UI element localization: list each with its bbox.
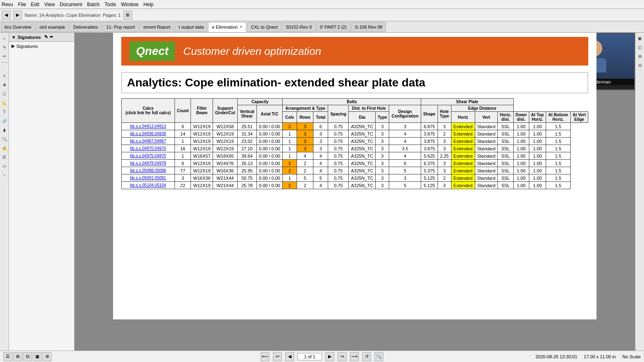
panel-pen-icon[interactable]: ✒ bbox=[50, 34, 53, 40]
menu-file[interactable]: File bbox=[18, 2, 26, 7]
status-icon-2[interactable]: ⊞ bbox=[13, 352, 22, 361]
right-icon-3[interactable]: ⊞ bbox=[636, 52, 644, 60]
cell-calcs[interactable]: bb.s.s.04978.04978 bbox=[122, 160, 175, 167]
toolbar: ◀ ▶ Name: 14-Analytics- Cope Elimination… bbox=[0, 9, 644, 21]
cell-designconfig: Extended bbox=[451, 138, 475, 145]
pan-icon[interactable]: ✥ bbox=[1, 81, 8, 88]
status-center: ⟵ ↩ ◀ ▶ ↪ ⟶ ↺ 🔍 bbox=[261, 352, 383, 361]
menu-window[interactable]: Window bbox=[121, 2, 138, 7]
cell-holetype: SSL bbox=[498, 138, 513, 145]
text-icon[interactable]: T bbox=[1, 108, 8, 115]
menu-batch[interactable]: Batch bbox=[87, 2, 100, 7]
status-icon-5[interactable]: ⊛ bbox=[43, 352, 52, 361]
cell-calcs[interactable]: bb.s.s.04936.04936 bbox=[122, 130, 175, 138]
arrow-icon[interactable]: ↖ bbox=[1, 72, 8, 79]
tab-joint-example[interactable]: oint example bbox=[36, 22, 68, 32]
link-icon[interactable]: 🔗 bbox=[1, 117, 8, 124]
rect-icon[interactable]: ▭ bbox=[1, 162, 8, 170]
cell-vert: 3.5 bbox=[389, 145, 421, 152]
sign-icon[interactable]: ✍ bbox=[1, 144, 8, 152]
tab-cxl[interactable]: CXL to Qnect bbox=[247, 22, 281, 32]
cell-calcs[interactable]: bb.s.s.04967.04967 bbox=[122, 138, 175, 145]
page-input[interactable] bbox=[297, 353, 322, 360]
tab-close-icon[interactable]: ✕ bbox=[239, 25, 243, 29]
cell-filler: W16X36 bbox=[191, 174, 213, 182]
nav-fwd-btn[interactable]: ▶ bbox=[325, 352, 334, 361]
zoom-btn[interactable]: 🔍 bbox=[374, 352, 383, 361]
tab-deliverables[interactable]: Deliverables bbox=[70, 22, 102, 32]
nav-back-btn[interactable]: ◀ bbox=[285, 352, 294, 361]
nav-last-btn[interactable]: ↪ bbox=[338, 352, 347, 361]
cell-atbottom: 1.00 bbox=[529, 130, 546, 138]
cell-atvert: 1.5 bbox=[546, 138, 571, 145]
tab-tics-overview[interactable]: tics Overview bbox=[1, 22, 35, 32]
back-btn[interactable]: ◀ bbox=[2, 11, 11, 20]
col-spacing-header: Spacing bbox=[328, 105, 349, 123]
nav-next-btn[interactable]: ⟶ bbox=[350, 352, 359, 361]
cell-calcs[interactable]: bb.s.s.05104.05104 bbox=[122, 182, 175, 189]
pen-icon[interactable]: ✎ bbox=[1, 43, 8, 51]
cell-dia: 0.75 bbox=[328, 174, 349, 182]
cell-calcs[interactable]: bb.s.s.04970.04970 bbox=[122, 145, 175, 152]
cell-dia: 0.75 bbox=[328, 145, 349, 152]
markup-icon[interactable]: ✏ bbox=[1, 52, 8, 60]
cell-vert: 3 bbox=[389, 174, 421, 182]
cell-calcs[interactable]: bb.s.s.05091.05091 bbox=[122, 174, 175, 182]
cell-cols: 1 bbox=[283, 152, 297, 160]
menu-tools[interactable]: Tools bbox=[104, 2, 116, 7]
panel-sub-title: Signatures bbox=[16, 44, 38, 49]
panel-draw-icon[interactable]: ✎ bbox=[44, 34, 48, 40]
cell-vert: 6 bbox=[389, 160, 421, 167]
col-atvert-header: At VertEdge bbox=[570, 112, 588, 123]
form-icon[interactable]: ☰ bbox=[1, 153, 8, 161]
menu-view[interactable]: View bbox=[44, 2, 55, 7]
tab-elimination[interactable]: e Elimination ✕ bbox=[208, 22, 246, 32]
table-row: bb.s.s.05088.05088 77 W12X19 W16X36 25.9… bbox=[122, 167, 588, 174]
search-icon[interactable]: 🔍 bbox=[1, 135, 8, 143]
menu-help[interactable]: Help bbox=[143, 2, 154, 7]
menu-bar: Revu File Edit View Document Batch Tools… bbox=[0, 0, 644, 9]
right-icon-2[interactable]: ◫ bbox=[636, 43, 644, 51]
measure-icon[interactable]: 📐 bbox=[1, 99, 8, 106]
status-icon-3[interactable]: ⊟ bbox=[23, 352, 32, 361]
circle-icon[interactable]: ○ bbox=[1, 171, 8, 179]
col-type-header: Type bbox=[376, 112, 389, 123]
refresh-btn[interactable]: ↺ bbox=[362, 352, 371, 361]
cell-vert: 5 bbox=[389, 167, 421, 174]
tab-part2[interactable]: 0' PART 2 (2) bbox=[316, 22, 350, 32]
col-dia-header: Dia bbox=[349, 112, 376, 123]
fwd-btn[interactable]: ▶ bbox=[13, 11, 22, 20]
menu-document[interactable]: Document bbox=[60, 2, 82, 7]
panel-expand-icon[interactable]: ▶ bbox=[11, 43, 15, 49]
cell-type: A325N_TC bbox=[349, 130, 376, 138]
right-icon-4[interactable]: ⊟ bbox=[636, 61, 644, 69]
cell-designconfig: Extended bbox=[451, 130, 475, 138]
cell-calcs[interactable]: bb.s.s.05088.05088 bbox=[122, 167, 175, 174]
page-layout-btn[interactable]: ⊞ bbox=[123, 11, 132, 20]
tab-50152[interactable]: 50152-Rev 0 bbox=[282, 22, 315, 32]
tab-ement-report[interactable]: ement Report bbox=[140, 22, 175, 32]
status-icon-4[interactable]: ▣ bbox=[33, 352, 42, 361]
panel-collapse-icon[interactable]: ▼ bbox=[11, 35, 16, 40]
col-capacity-header: Capacity bbox=[238, 99, 283, 105]
cell-calcs[interactable]: bb.s.s.04975.04975 bbox=[122, 152, 175, 160]
home-icon[interactable]: ⌂ bbox=[1, 34, 8, 42]
tab-output-data[interactable]: t output data bbox=[175, 22, 207, 32]
cell-cols: 1 bbox=[283, 130, 297, 138]
cell-horizdist: 3.875 bbox=[421, 130, 438, 138]
highlight-icon[interactable]: ▮ bbox=[1, 126, 8, 133]
cell-count: 22 bbox=[175, 182, 191, 189]
cell-total: 5 bbox=[313, 174, 328, 182]
menu-edit[interactable]: Edit bbox=[31, 2, 39, 7]
right-icon-1[interactable]: ▣ bbox=[636, 34, 644, 42]
stamp-icon[interactable]: ⬡ bbox=[1, 90, 8, 97]
tab-pop-report[interactable]: 11- Pop report bbox=[102, 22, 138, 32]
cell-calcs[interactable]: bb.s.s.04913.04913 bbox=[122, 123, 175, 130]
nav-prev-btn[interactable]: ⟵ bbox=[261, 352, 270, 361]
status-icon-1[interactable]: ☰ bbox=[3, 352, 12, 361]
menu-revu[interactable]: Revu bbox=[2, 2, 13, 7]
panel-sub-header: ▶ Signatures bbox=[9, 42, 74, 50]
nav-first-btn[interactable]: ↩ bbox=[273, 352, 282, 361]
tab-s106[interactable]: S-106 Rev 08 bbox=[351, 22, 386, 32]
cell-designconfig: Extended bbox=[451, 182, 475, 189]
